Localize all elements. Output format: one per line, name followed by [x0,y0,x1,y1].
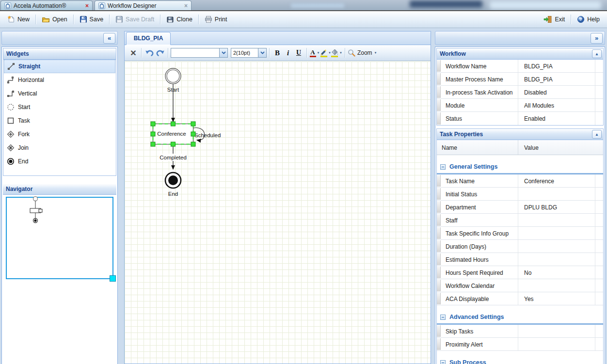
property-row[interactable]: Initial Status [437,188,603,201]
transition-label: Completed [160,155,187,160]
background-blur [291,3,344,8]
separator [571,15,571,24]
end-node-label: End [168,191,178,197]
left-panel: Widgets Straight Horizontal [1,47,118,364]
column-header-value: Value [518,140,603,155]
widget-label: Task [18,117,30,124]
collapse-group-icon[interactable] [440,315,446,320]
start-node[interactable] [165,68,181,84]
row-handle [437,86,441,98]
group-title: Sub Process [449,359,486,364]
widget-item-start[interactable]: Start [4,100,115,114]
task-properties-title: Task Properties [440,131,483,138]
exit-door-icon [543,16,552,23]
row-handle [437,73,441,85]
widget-label: Fork [18,131,30,138]
chevron-down-icon[interactable] [219,48,227,57]
property-row[interactable]: Status Enabled [437,112,603,125]
property-row[interactable]: Workflow Calendar [437,279,603,292]
workflow-canvas[interactable]: Start Scheduled Conference Completed [125,62,431,364]
chevron-down-icon[interactable] [258,48,266,57]
collapse-group-icon[interactable] [440,164,446,170]
property-value [518,214,595,226]
property-name: Skip Tasks [441,325,518,337]
open-button[interactable]: Open [38,14,71,25]
group-title: General Settings [449,163,497,170]
exit-button[interactable]: Exit [540,14,568,25]
font-size-value: 2(10pt) [231,50,258,56]
property-row[interactable]: Master Process Name BLDG_PIA [437,73,603,86]
row-handle [437,201,441,213]
collapse-left-panel-button[interactable]: « [103,33,115,44]
property-value [518,325,595,337]
property-value [518,240,595,253]
bold-button[interactable]: B [272,47,283,59]
row-handle [437,227,441,239]
redo-button[interactable] [155,47,165,59]
widget-item-end[interactable]: End [4,155,115,168]
dropdown-arrow-icon: ▼ [374,51,377,54]
property-row[interactable]: Department DPLU BLDG [437,201,603,214]
collapse-section-button[interactable]: ▲ [592,49,602,58]
browser-tab-workflow-designer[interactable]: Workflow Designer × [95,0,192,10]
widget-item-task[interactable]: Task [4,114,115,127]
property-row[interactable]: Skip Tasks [437,325,603,338]
help-button[interactable]: ? Help [574,14,603,25]
horizontal-connector-icon [7,76,15,84]
property-row[interactable]: Module All Modules [437,99,603,112]
start-node-icon [7,103,15,111]
navigator-viewport[interactable] [6,197,113,279]
straight-connector-icon [7,63,15,70]
zoom-button[interactable]: Zoom ▼ [348,47,377,59]
italic-button[interactable]: i [283,47,293,59]
task-properties-section: Task Properties ▲ Name Value General Set… [436,128,604,364]
widget-label: Vertical [18,90,37,97]
undo-button[interactable] [144,47,155,59]
group-header-sub-process: Sub Process [437,356,603,364]
group-header-general-settings: General Settings [437,160,603,174]
collapse-section-button[interactable]: ▲ [592,130,602,139]
font-size-select[interactable]: 2(10pt) [231,48,267,58]
fill-color-button[interactable]: ▼ [331,47,342,59]
property-row[interactable]: Estimated Hours [437,253,603,266]
font-color-button[interactable]: A ▼ [309,47,320,59]
font-family-select[interactable] [171,48,228,58]
highlight-color-button[interactable]: ▼ [320,47,331,59]
new-button[interactable]: New [4,14,33,25]
property-row[interactable]: Task Name Conference [437,174,603,188]
widget-item-fork[interactable]: Fork [4,127,115,141]
background-blur [410,0,482,8]
collapse-group-icon[interactable] [440,360,446,364]
close-icon[interactable]: × [85,3,89,9]
property-name: Proximity Alert [441,338,518,350]
widget-label: Start [18,104,30,111]
workflow-tab-bldg-pia[interactable]: BLDG_PIA [126,32,171,45]
underline-button[interactable]: U [293,47,304,59]
widget-item-vertical[interactable]: Vertical [4,87,115,100]
collapse-right-panel-button[interactable]: » [591,33,603,44]
row-filler [595,325,603,337]
paint-bucket-icon [331,49,338,57]
browser-tab-accela[interactable]: Accela Automation® × [0,0,93,10]
dropdown-arrow-icon: ▼ [339,51,342,54]
print-button[interactable]: Print [201,14,231,25]
property-row[interactable]: Duration (Days) [437,240,603,253]
widget-item-straight[interactable]: Straight [4,60,115,73]
property-row[interactable]: Staff [437,214,603,227]
property-row[interactable]: Proximity Alert [437,338,603,351]
property-row[interactable]: Task Specific Info Group [437,227,603,240]
property-row[interactable]: Hours Spent Required No [437,266,603,279]
delete-button[interactable]: ✕ [128,47,139,59]
navigator-resize-handle[interactable] [110,275,116,282]
property-value: Disabled [518,86,595,98]
save-floppy-icon [80,16,87,23]
widget-item-join[interactable]: Join [4,141,115,155]
save-button[interactable]: Save [76,14,107,25]
close-icon[interactable]: × [184,3,188,9]
property-row[interactable]: Workflow Name BLDG_PIA [437,60,603,73]
property-row[interactable]: ACA Displayable Yes [437,292,603,305]
clone-button[interactable]: Clone [163,14,196,25]
widget-item-horizontal[interactable]: Horizontal [4,73,115,87]
property-row[interactable]: In-process Task Activation Disabled [437,86,603,99]
property-name: Status [441,112,518,125]
